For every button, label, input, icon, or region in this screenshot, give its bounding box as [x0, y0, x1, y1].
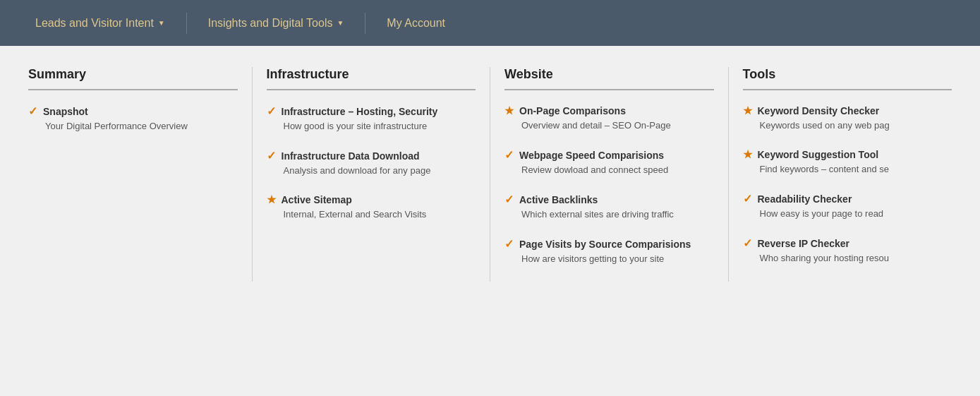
list-item: ✓Webpage Speed ComparisionsReview dowloa… [504, 148, 714, 175]
check-icon: ✓ [743, 192, 752, 205]
menu-item-title[interactable]: ✓Active Backlinks [504, 193, 714, 206]
menu-item-title[interactable]: ★Active Sitemap [267, 193, 476, 206]
menu-item-title-text: Page Visits by Source Comparisions [519, 239, 691, 250]
menu-item-title[interactable]: ★Keyword Density Checker [743, 104, 952, 117]
menu-item-desc: Overview and detail – SEO On-Page [504, 120, 714, 131]
star-icon: ★ [743, 148, 752, 161]
menu-item-title-text: Infrastructure – Hosting, Security [282, 106, 438, 117]
check-icon: ✓ [743, 236, 752, 250]
menu-item-desc: Which external sites are driving traffic [504, 209, 714, 220]
menu-item-title[interactable]: ✓Page Visits by Source Comparisions [504, 237, 714, 251]
menu-item-title-text: Active Sitemap [282, 194, 352, 205]
check-icon: ✓ [267, 149, 276, 162]
menu-item-desc: How are visitors getting to your site [504, 253, 714, 264]
menu-item-title[interactable]: ★On-Page Comparisons [504, 104, 714, 117]
menu-item-desc: Your Digital Performance Overview [28, 121, 238, 131]
menu-item-title-text: Webpage Speed Comparisions [519, 150, 664, 161]
nav-account[interactable]: My Account [365, 0, 466, 46]
menu-item-title-text: Keyword Density Checker [758, 105, 880, 116]
menu-item-title[interactable]: ✓Webpage Speed Comparisions [504, 148, 714, 162]
check-icon: ✓ [28, 104, 37, 118]
menu-item-title[interactable]: ✓Readability Checker [743, 192, 952, 205]
menu-item-desc: Internal, External and Search Visits [267, 209, 476, 220]
list-item: ★Keyword Suggestion ToolFind keywords – … [743, 148, 952, 174]
check-icon: ✓ [504, 148, 514, 162]
nav-account-label: My Account [387, 17, 445, 30]
col-header-website: Website [504, 67, 714, 90]
menu-item-desc: Review dowload and connect speed [504, 164, 714, 175]
menu-item-desc: Keywords used on any web pag [743, 120, 952, 131]
nav-insights-chevron: ▼ [337, 19, 344, 27]
menu-item-title[interactable]: ✓Snapshot [28, 104, 238, 118]
dropdown-panel: Summary✓SnapshotYour Digital Performance… [0, 46, 980, 310]
col-website: Website★On-Page ComparisonsOverview and … [490, 67, 729, 282]
nav-leads-chevron: ▼ [158, 19, 165, 27]
check-icon: ✓ [504, 193, 514, 206]
menu-item-title-text: Keyword Suggestion Tool [758, 149, 879, 160]
menu-item-desc: Who sharing your hosting resou [743, 253, 952, 263]
menu-item-title-text: Active Backlinks [519, 194, 598, 205]
star-icon: ★ [743, 104, 752, 117]
col-header-tools: Tools [743, 67, 952, 90]
list-item: ✓Infrastructure Data DownloadAnalysis an… [267, 149, 476, 176]
list-item: ✓Reverse IP CheckerWho sharing your host… [743, 236, 952, 263]
nav-bar: Leads and Visitor Intent ▼ Insights and … [0, 0, 980, 46]
col-summary: Summary✓SnapshotYour Digital Performance… [14, 67, 253, 282]
menu-item-desc: How easy is your page to read [743, 208, 952, 219]
col-infrastructure: Infrastructure✓Infrastructure – Hosting,… [253, 67, 491, 282]
list-item: ★Active SitemapInternal, External and Se… [267, 193, 476, 220]
list-item: ★On-Page ComparisonsOverview and detail … [504, 104, 714, 131]
menu-item-title[interactable]: ✓Infrastructure Data Download [267, 149, 476, 162]
nav-leads-label: Leads and Visitor Intent [35, 17, 154, 30]
nav-insights[interactable]: Insights and Digital Tools ▼ [187, 0, 365, 46]
check-icon: ✓ [504, 237, 514, 251]
col-header-infrastructure: Infrastructure [267, 67, 476, 90]
menu-item-title[interactable]: ✓Reverse IP Checker [743, 236, 952, 250]
check-icon: ✓ [267, 104, 276, 118]
list-item: ✓Page Visits by Source ComparisionsHow a… [504, 237, 714, 264]
nav-insights-label: Insights and Digital Tools [208, 17, 333, 30]
menu-item-desc: Analysis and download for any page [267, 165, 476, 176]
star-icon: ★ [504, 104, 514, 117]
menu-item-desc: How good is your site infrastructure [267, 121, 476, 131]
menu-item-title-text: Infrastructure Data Download [282, 150, 420, 162]
nav-leads[interactable]: Leads and Visitor Intent ▼ [14, 0, 186, 46]
col-header-summary: Summary [28, 67, 238, 90]
list-item: ✓Active BacklinksWhich external sites ar… [504, 193, 714, 220]
list-item: ✓Readability CheckerHow easy is your pag… [743, 192, 952, 219]
list-item: ✓SnapshotYour Digital Performance Overvi… [28, 104, 238, 131]
menu-item-title[interactable]: ★Keyword Suggestion Tool [743, 148, 952, 161]
list-item: ✓Infrastructure – Hosting, SecurityHow g… [267, 104, 476, 131]
list-item: ★Keyword Density CheckerKeywords used on… [743, 104, 952, 131]
menu-item-title-text: Reverse IP Checker [758, 238, 850, 249]
star-icon: ★ [267, 193, 276, 206]
menu-item-title[interactable]: ✓Infrastructure – Hosting, Security [267, 104, 476, 118]
menu-item-title-text: Snapshot [43, 106, 88, 117]
menu-item-title-text: Readability Checker [758, 193, 852, 205]
menu-item-desc: Find keywords – content and se [743, 164, 952, 174]
col-tools: Tools★Keyword Density CheckerKeywords us… [729, 67, 967, 282]
menu-item-title-text: On-Page Comparisons [519, 105, 626, 116]
